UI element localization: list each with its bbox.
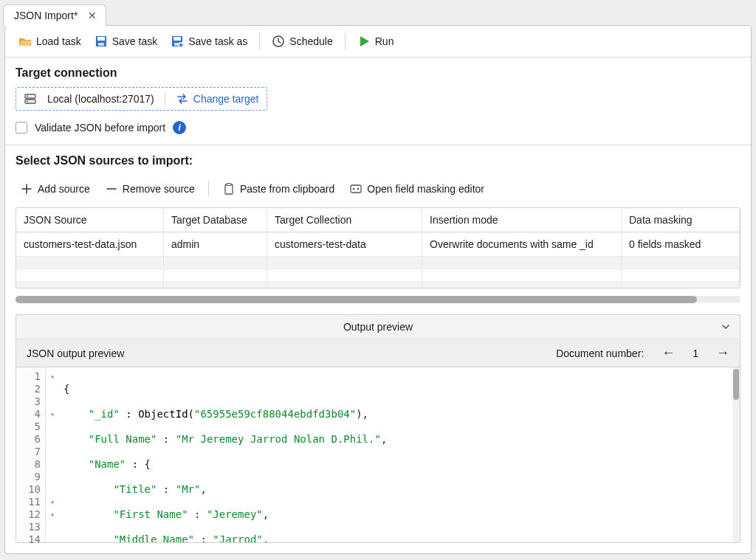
tabstrip: JSON Import* ✕ — [0, 0, 756, 25]
toolbar-separator — [345, 33, 346, 49]
validate-label: Validate JSON before import — [35, 122, 165, 134]
document-number-value: 1 — [693, 348, 698, 359]
clipboard-icon — [222, 182, 236, 196]
svg-rect-2 — [98, 43, 104, 46]
schedule-button[interactable]: Schedule — [267, 32, 337, 51]
json-output-preview-label: JSON output preview — [27, 348, 124, 359]
svg-point-16 — [357, 188, 360, 190]
col-target-collection[interactable]: Target Collection — [267, 208, 422, 232]
toolbar: Load task Save task Save task as Schedul — [5, 26, 751, 58]
folder-open-icon — [18, 35, 32, 48]
output-preview-title: Output preview — [343, 321, 413, 333]
save-task-button[interactable]: Save task — [90, 32, 162, 51]
scrollbar-thumb[interactable] — [733, 369, 739, 400]
table-body: customers-test-data.json admin customers… — [16, 232, 740, 288]
floppy-as-icon — [171, 35, 184, 48]
svg-rect-13 — [227, 183, 231, 185]
add-source-label: Add source — [38, 183, 90, 195]
clock-icon — [272, 35, 285, 48]
paste-clipboard-button[interactable]: Paste from clipboard — [218, 179, 339, 198]
table-row[interactable] — [16, 282, 740, 288]
cell-mode: Overwrite documents with same _id — [422, 232, 622, 256]
vertical-scrollbar[interactable] — [732, 367, 740, 542]
play-icon — [357, 35, 371, 48]
run-label: Run — [375, 35, 394, 47]
plus-icon — [20, 182, 33, 196]
output-preview-header[interactable]: Output preview — [16, 314, 740, 339]
sources-table: JSON Source Target Database Target Colle… — [16, 207, 740, 288]
output-preview-subheader: JSON output preview Document number: ← 1… — [16, 339, 740, 367]
save-task-as-button[interactable]: Save task as — [166, 32, 252, 51]
field-masking-label: Open field masking editor — [367, 183, 484, 195]
schedule-label: Schedule — [289, 35, 332, 47]
toolbar-separator — [259, 33, 260, 49]
scrollbar-thumb[interactable] — [16, 296, 697, 303]
close-icon[interactable]: ✕ — [85, 10, 100, 21]
svg-rect-14 — [351, 185, 361, 193]
swap-icon — [176, 92, 189, 106]
tab-json-import[interactable]: JSON Import* ✕ — [3, 4, 106, 26]
run-button[interactable]: Run — [353, 32, 399, 51]
next-document-button[interactable]: → — [716, 345, 729, 361]
connection-host: Local (localhost:27017) — [47, 93, 154, 105]
floppy-icon — [94, 35, 108, 48]
change-target-label: Change target — [193, 93, 259, 105]
code-editor[interactable]: 1234567 891011121314 ▾▾ ▾▾ { "_id" : Obj… — [16, 367, 740, 543]
load-task-label: Load task — [36, 35, 81, 47]
line-gutter: 1234567 891011121314 — [16, 367, 46, 542]
tab-label: JSON Import* — [14, 10, 78, 21]
field-masking-button[interactable]: Open field masking editor — [345, 179, 489, 198]
col-target-database[interactable]: Target Database — [164, 208, 267, 232]
document-navigator: Document number: ← 1 → — [556, 345, 729, 361]
svg-point-15 — [353, 188, 355, 190]
svg-point-11 — [27, 101, 28, 103]
json-import-panel: JSON Import* ✕ Load task Save task — [0, 0, 756, 560]
remove-source-label: Remove source — [123, 183, 195, 195]
col-insertion-mode[interactable]: Insertion mode — [422, 208, 622, 232]
col-json-source[interactable]: JSON Source — [16, 208, 164, 232]
cell-source: customers-test-data.json — [16, 232, 164, 256]
svg-rect-1 — [97, 37, 105, 41]
validate-checkbox[interactable] — [16, 122, 27, 134]
connection-separator — [165, 92, 165, 106]
table-row[interactable] — [16, 257, 740, 269]
chevron-down-icon — [721, 322, 731, 332]
table-row[interactable]: customers-test-data.json admin customers… — [16, 232, 740, 257]
change-target-button[interactable]: Change target — [176, 92, 259, 106]
col-data-masking[interactable]: Data masking — [622, 208, 740, 232]
table-header: JSON Source Target Database Target Colle… — [16, 208, 740, 232]
cell-collection: customers-test-data — [267, 232, 422, 256]
svg-rect-4 — [173, 37, 181, 41]
sources-toolbar: Add source Remove source Paste from clip… — [5, 172, 751, 207]
add-source-button[interactable]: Add source — [16, 179, 94, 198]
sources-title: Select JSON sources to import: — [5, 145, 751, 172]
mask-icon — [349, 182, 362, 196]
main-panel: Load task Save task Save task as Schedul — [4, 25, 752, 554]
target-connection-box: Local (localhost:27017) Change target — [16, 87, 267, 111]
minus-icon — [105, 182, 118, 196]
paste-clipboard-label: Paste from clipboard — [240, 183, 334, 195]
validate-row: Validate JSON before import i — [5, 118, 751, 145]
horizontal-scrollbar[interactable] — [16, 296, 740, 303]
cell-database: admin — [164, 232, 267, 256]
code-content: { "_id" : ObjectId("65955e59cf88044ebdfd… — [59, 367, 732, 542]
toolbar-separator — [208, 181, 209, 197]
svg-point-10 — [27, 96, 28, 97]
document-number-label: Document number: — [556, 348, 644, 359]
prev-document-button[interactable]: ← — [662, 345, 675, 361]
fold-gutter[interactable]: ▾▾ ▾▾ — [46, 367, 59, 542]
load-task-button[interactable]: Load task — [14, 32, 86, 51]
table-row[interactable] — [16, 269, 740, 282]
remove-source-button[interactable]: Remove source — [100, 179, 199, 198]
info-icon[interactable]: i — [173, 121, 186, 134]
save-task-as-label: Save task as — [188, 35, 247, 47]
save-task-label: Save task — [112, 35, 157, 47]
cell-masking: 0 fields masked — [622, 232, 740, 256]
target-connection-title: Target connection — [5, 58, 751, 84]
server-icon — [24, 92, 37, 106]
